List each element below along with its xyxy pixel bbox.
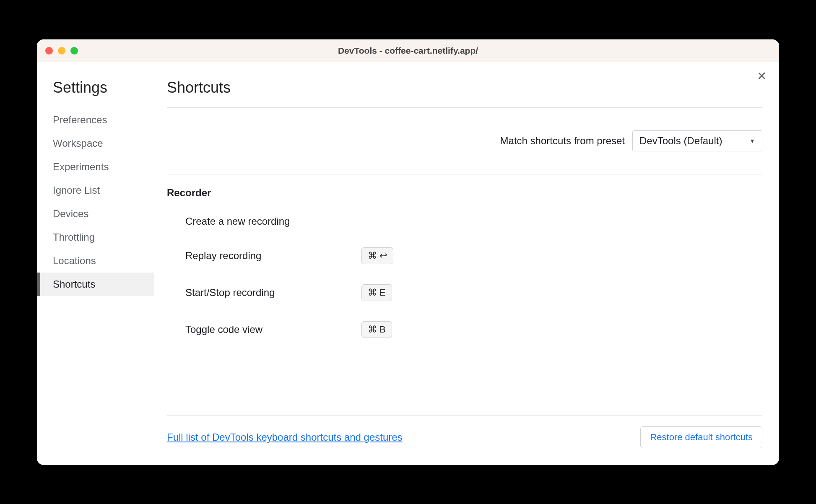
devtools-window: DevTools - coffee-cart.netlify.app/ ✕ Se…: [37, 39, 779, 465]
close-window-button[interactable]: [45, 47, 53, 55]
sidebar-item-label: Locations: [53, 255, 96, 266]
shortcut-label: Start/Stop recording: [185, 287, 361, 299]
sidebar-item-label: Devices: [53, 208, 88, 219]
window-title: DevTools - coffee-cart.netlify.app/: [338, 46, 478, 56]
restore-defaults-button[interactable]: Restore default shortcuts: [640, 426, 762, 448]
titlebar: DevTools - coffee-cart.netlify.app/: [37, 39, 779, 62]
close-icon[interactable]: ✕: [757, 70, 767, 82]
preset-row: Match shortcuts from preset DevTools (De…: [167, 108, 762, 174]
sidebar-item-shortcuts[interactable]: Shortcuts: [37, 273, 154, 296]
sidebar-item-preferences[interactable]: Preferences: [37, 108, 154, 132]
settings-sidebar: Settings Preferences Workspace Experimen…: [37, 62, 154, 465]
shortcut-row: Create a new recording: [167, 205, 762, 237]
sidebar-item-devices[interactable]: Devices: [37, 202, 154, 226]
chevron-down-icon: ▼: [749, 138, 755, 144]
shortcut-row: Start/Stop recording ⌘ E: [167, 274, 762, 311]
preset-select[interactable]: DevTools (Default) ▼: [632, 130, 762, 151]
sidebar-item-experiments[interactable]: Experiments: [37, 155, 154, 179]
shortcut-key: ⌘ B: [361, 321, 392, 338]
footer: Full list of DevTools keyboard shortcuts…: [167, 415, 762, 465]
preset-label: Match shortcuts from preset: [500, 135, 625, 147]
shortcut-row: Toggle code view ⌘ B: [167, 311, 762, 348]
sidebar-item-workspace[interactable]: Workspace: [37, 132, 154, 155]
sidebar-item-ignore-list[interactable]: Ignore List: [37, 179, 154, 202]
sidebar-item-throttling[interactable]: Throttling: [37, 226, 154, 249]
traffic-lights: [45, 47, 78, 55]
preset-select-value: DevTools (Default): [639, 135, 722, 147]
shortcut-key: ⌘ ↩: [361, 247, 393, 264]
minimize-window-button[interactable]: [58, 47, 65, 55]
shortcut-row: Replay recording ⌘ ↩: [167, 237, 762, 274]
shortcut-key: ⌘ E: [361, 284, 392, 301]
main-panel: Shortcuts Match shortcuts from preset De…: [154, 62, 779, 465]
sidebar-item-label: Workspace: [53, 138, 103, 149]
page-title: Shortcuts: [167, 79, 762, 108]
maximize-window-button[interactable]: [70, 47, 78, 55]
shortcut-label: Toggle code view: [185, 324, 361, 335]
sidebar-item-label: Ignore List: [53, 184, 100, 196]
full-shortcuts-link[interactable]: Full list of DevTools keyboard shortcuts…: [167, 431, 403, 443]
shortcut-label: Create a new recording: [185, 216, 361, 227]
shortcut-label: Replay recording: [185, 250, 361, 262]
sidebar-title: Settings: [37, 79, 154, 96]
sidebar-item-locations[interactable]: Locations: [37, 249, 154, 273]
sidebar-item-label: Shortcuts: [53, 278, 95, 290]
sidebar-item-label: Throttling: [53, 231, 95, 243]
section-title-recorder: Recorder: [167, 187, 762, 199]
sidebar-item-label: Preferences: [53, 114, 107, 125]
content-area: ✕ Settings Preferences Workspace Experim…: [37, 62, 779, 465]
sidebar-item-label: Experiments: [53, 161, 109, 172]
shortcuts-list[interactable]: Recorder Create a new recording Replay r…: [167, 174, 762, 415]
